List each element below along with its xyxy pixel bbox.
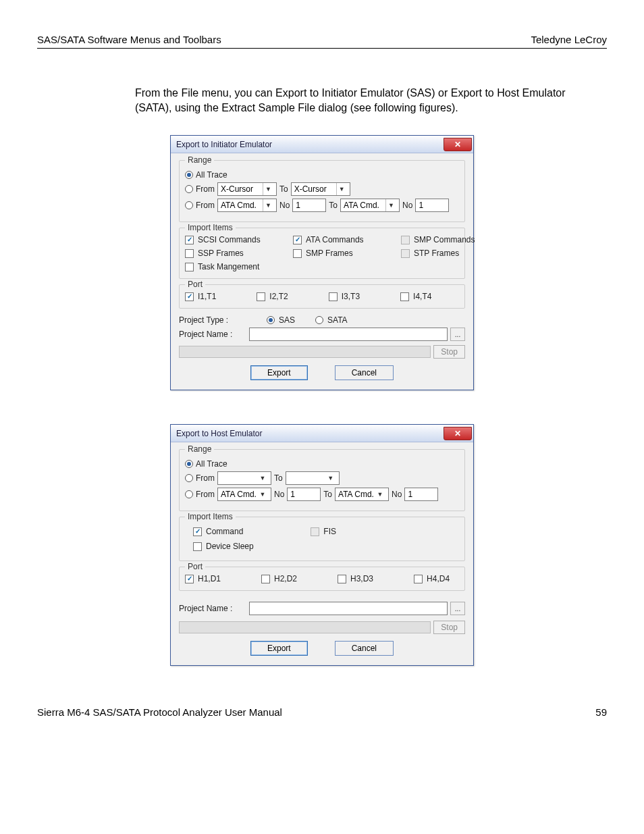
- range-legend: Range: [185, 444, 214, 454]
- browse-button[interactable]: ...: [450, 602, 465, 615]
- from-label: From: [196, 184, 215, 194]
- page-footer: Sierra M6-4 SAS/SATA Protocol Analyzer U…: [37, 706, 607, 718]
- to-label-2: To: [323, 490, 332, 499]
- chk-port2[interactable]: [257, 292, 265, 301]
- from-label: From: [196, 473, 215, 483]
- footer-page-number: 59: [595, 706, 607, 718]
- no-label-2: No: [402, 201, 412, 210]
- chk-scsi[interactable]: [185, 236, 194, 244]
- chevron-down-icon: ▼: [375, 488, 385, 500]
- dialog-title: Export to Host Emulator: [176, 429, 262, 438]
- project-name-input[interactable]: [249, 602, 448, 615]
- port-legend: Port: [185, 280, 205, 289]
- export-initiator-dialog: Export to Initiator Emulator ✕ Range All…: [170, 135, 474, 390]
- no-label: No: [279, 201, 290, 210]
- port-legend: Port: [185, 562, 205, 571]
- chevron-down-icon: ▼: [336, 183, 347, 195]
- from-atacmd-combo[interactable]: ATA Cmd.▼: [217, 199, 277, 212]
- chk-smpf[interactable]: [293, 249, 302, 258]
- browse-button[interactable]: ...: [450, 328, 465, 341]
- chk-smpc[interactable]: [401, 236, 410, 244]
- chk-device-sleep[interactable]: [193, 542, 202, 551]
- chk-fis[interactable]: [311, 527, 319, 536]
- chk-port1[interactable]: [185, 292, 194, 301]
- export-button[interactable]: Export: [250, 641, 308, 656]
- chk-task[interactable]: [185, 263, 194, 271]
- radio-sata[interactable]: [315, 316, 323, 324]
- from-label-2: From: [196, 490, 215, 499]
- chk-port4[interactable]: [400, 292, 409, 301]
- import-legend: Import Items: [185, 223, 236, 232]
- to-no-input[interactable]: 1: [404, 488, 438, 501]
- from-cursor-combo[interactable]: X-Cursor▼: [217, 182, 277, 196]
- range-group: Range All Trace From X-Cursor▼ To X-Curs…: [179, 160, 465, 222]
- chevron-down-icon: ▼: [263, 199, 273, 211]
- page-header: SAS/SATA Software Menus and Toolbars Tel…: [37, 34, 607, 49]
- chk-port2[interactable]: [261, 575, 270, 583]
- cancel-button[interactable]: Cancel: [335, 641, 394, 656]
- intro-text: From the File menu, you can Export to In…: [135, 86, 593, 115]
- from-no-input[interactable]: 1: [287, 488, 321, 501]
- chk-port3[interactable]: [329, 292, 338, 301]
- import-items-group: Import Items Command FIS Device Sleep: [179, 517, 465, 561]
- project-name-input[interactable]: [249, 328, 448, 341]
- radio-from-atacmd[interactable]: [185, 201, 193, 209]
- chk-port1[interactable]: [185, 575, 194, 583]
- stop-button[interactable]: Stop: [433, 345, 465, 359]
- no-label-2: No: [392, 490, 402, 499]
- to-cursor-combo[interactable]: X-Cursor▼: [291, 182, 350, 196]
- to-atacmd-combo[interactable]: ATA Cmd.▼: [335, 488, 389, 501]
- export-host-dialog: Export to Host Emulator ✕ Range All Trac…: [170, 424, 474, 666]
- project-type-label: Project Type :: [179, 315, 246, 325]
- import-legend: Import Items: [185, 512, 236, 521]
- chevron-down-icon: ▼: [385, 199, 396, 211]
- chk-port3[interactable]: [338, 575, 346, 583]
- radio-all-trace[interactable]: [185, 171, 193, 179]
- radio-from[interactable]: [185, 474, 193, 482]
- progress-bar: [179, 621, 431, 633]
- header-right: Teledyne LeCroy: [531, 34, 607, 45]
- all-trace-label: All Trace: [196, 170, 227, 180]
- project-name-label: Project Name :: [179, 330, 246, 339]
- to-no-input[interactable]: 1: [415, 199, 449, 212]
- from-no-input[interactable]: 1: [292, 199, 326, 212]
- port-group: Port I1,T1 I2,T2 I3,T3 I4,T4: [179, 284, 465, 309]
- close-icon[interactable]: ✕: [444, 427, 472, 440]
- titlebar: Export to Initiator Emulator ✕: [171, 136, 473, 153]
- from-label-2: From: [196, 201, 215, 210]
- chk-command[interactable]: [193, 527, 202, 536]
- to-combo[interactable]: ▼: [286, 471, 340, 485]
- chevron-down-icon: ▼: [257, 488, 268, 500]
- radio-all-trace[interactable]: [185, 460, 193, 468]
- chevron-down-icon: ▼: [263, 183, 273, 195]
- from-combo[interactable]: ▼: [217, 471, 271, 485]
- chk-port4[interactable]: [414, 575, 423, 583]
- import-items-group: Import Items SCSI Commands SSP Frames Ta…: [179, 228, 465, 279]
- chk-ata[interactable]: [293, 236, 302, 244]
- from-atacmd-combo[interactable]: ATA Cmd.▼: [217, 488, 271, 501]
- export-button[interactable]: Export: [250, 365, 308, 380]
- to-atacmd-combo[interactable]: ATA Cmd.▼: [340, 199, 400, 212]
- all-trace-label: All Trace: [196, 459, 227, 469]
- chevron-down-icon: ▼: [257, 472, 268, 484]
- to-label: To: [274, 473, 283, 483]
- chk-ssp[interactable]: [185, 249, 194, 258]
- port-group: Port H1,D1 H2,D2 H3,D3 H4,D4: [179, 567, 465, 591]
- radio-from-cursor[interactable]: [185, 185, 193, 193]
- header-left: SAS/SATA Software Menus and Toolbars: [37, 34, 221, 45]
- project-name-label: Project Name :: [179, 604, 246, 613]
- cancel-button[interactable]: Cancel: [335, 365, 394, 380]
- footer-left: Sierra M6-4 SAS/SATA Protocol Analyzer U…: [37, 706, 282, 718]
- range-group: Range All Trace From ▼ To ▼ From ATA Cmd…: [179, 449, 465, 511]
- chevron-down-icon: ▼: [325, 472, 336, 484]
- titlebar: Export to Host Emulator ✕: [171, 425, 473, 442]
- no-label: No: [274, 490, 284, 499]
- close-icon[interactable]: ✕: [444, 138, 472, 151]
- range-legend: Range: [185, 155, 214, 165]
- stop-button[interactable]: Stop: [433, 621, 465, 634]
- radio-from-atacmd[interactable]: [185, 490, 193, 498]
- progress-bar: [179, 346, 431, 358]
- radio-sas[interactable]: [267, 316, 275, 324]
- chk-stp[interactable]: [401, 249, 410, 258]
- dialog-title: Export to Initiator Emulator: [176, 140, 272, 149]
